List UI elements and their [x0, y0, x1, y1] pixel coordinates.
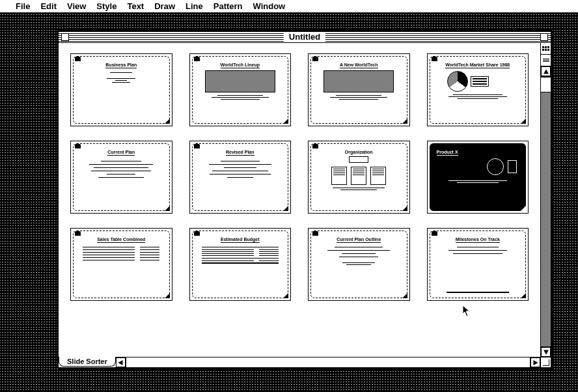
- window-title: Untitled: [284, 32, 325, 42]
- slide-title: WorldTech Market Share 1988: [445, 63, 510, 68]
- dogear-icon: [283, 119, 288, 124]
- dogear-icon: [402, 119, 407, 124]
- device-graphic: [438, 158, 517, 175]
- dogear-icon: [283, 293, 288, 298]
- menubar: File Edit View Style Text Draw Line Patt…: [0, 0, 578, 13]
- slide-thumbnail[interactable]: A New WorldTech: [308, 53, 410, 126]
- slide-title: Organization: [345, 150, 373, 155]
- resize-handle[interactable]: [540, 357, 551, 367]
- dogear-icon: [402, 293, 407, 298]
- dogear-icon: [521, 293, 526, 298]
- menu-style[interactable]: Style: [96, 1, 117, 11]
- slide-thumbnail[interactable]: Current Plan: [70, 141, 172, 214]
- vertical-scrollbar: [540, 43, 551, 357]
- org-chart-graphic: [315, 156, 403, 185]
- slide-thumbnail[interactable]: Milestones On Track: [427, 228, 529, 301]
- slide-title: Revised Plan: [226, 150, 255, 156]
- close-box[interactable]: [61, 33, 69, 41]
- scroll-down-button[interactable]: [541, 347, 551, 357]
- vertical-scroll-thumb[interactable]: [540, 77, 551, 92]
- vertical-scroll-track[interactable]: [541, 76, 551, 347]
- slide-thumbnail[interactable]: WorldTech Market Share 1988: [427, 53, 529, 126]
- menu-draw[interactable]: Draw: [154, 1, 175, 11]
- document-window: Untitled Business Plan: [57, 30, 552, 369]
- desktop: Untitled Business Plan: [0, 13, 578, 392]
- slide-thumbnail[interactable]: Product X: [427, 141, 529, 214]
- horizontal-scrollbar: Slide Sorter: [59, 357, 540, 367]
- slide-thumbnail[interactable]: Organization: [308, 141, 410, 214]
- slide-title: Estimated Budget: [221, 237, 260, 243]
- dogear-icon: [521, 206, 526, 211]
- dogear-icon: [165, 206, 170, 211]
- slide-thumbnail[interactable]: Estimated Budget: [189, 228, 292, 301]
- slide-title: Sales Table Combined: [97, 237, 145, 243]
- slide-title: A New WorldTech: [340, 63, 378, 68]
- slide-title: WorldTech Lineup: [221, 63, 260, 68]
- slide-thumbnail[interactable]: Revised Plan: [189, 141, 292, 214]
- menu-line[interactable]: Line: [186, 1, 203, 11]
- scroll-left-button[interactable]: [116, 357, 126, 367]
- dogear-icon: [165, 293, 170, 298]
- slide-title: Product X: [437, 150, 458, 156]
- dogear-icon: [402, 206, 407, 211]
- slide-title: Business Plan: [105, 63, 137, 68]
- menu-file[interactable]: File: [16, 1, 30, 11]
- slide-thumbnail[interactable]: Sales Table Combined: [70, 228, 172, 301]
- window-body: Business Plan: [59, 43, 551, 367]
- budget-table: [202, 245, 279, 265]
- view-mode-tab[interactable]: Slide Sorter: [59, 357, 116, 367]
- menu-pattern[interactable]: Pattern: [213, 1, 243, 11]
- two-column-table: [83, 247, 159, 260]
- menu-edit[interactable]: Edit: [40, 1, 57, 11]
- menu-text[interactable]: Text: [127, 1, 144, 11]
- slide-title: Current Plan Outline: [337, 237, 381, 243]
- view-outline-button[interactable]: [541, 55, 551, 66]
- slide-thumbnail[interactable]: Business Plan: [70, 53, 172, 126]
- slide-thumbnail[interactable]: WorldTech Lineup: [189, 53, 292, 126]
- mouse-cursor-icon: [462, 305, 471, 318]
- horizontal-scroll-track[interactable]: [126, 357, 530, 367]
- dogear-icon: [283, 206, 288, 211]
- slide-title: Current Plan: [107, 150, 135, 156]
- slide-sorter-grid: Business Plan: [59, 43, 540, 357]
- world-map-graphic: [205, 70, 275, 92]
- view-grid-button[interactable]: [541, 43, 551, 55]
- menu-view[interactable]: View: [67, 1, 86, 11]
- zoom-box[interactable]: [540, 33, 548, 41]
- menu-window[interactable]: Window: [253, 1, 286, 11]
- pie-chart-graphic: [447, 70, 508, 92]
- scroll-right-button[interactable]: [530, 357, 540, 367]
- slide-thumbnail[interactable]: Current Plan Outline: [308, 228, 410, 301]
- dogear-icon: [521, 119, 526, 124]
- window-titlebar[interactable]: Untitled: [59, 31, 551, 43]
- world-map-graphic: [323, 70, 394, 92]
- slide-title: Milestones On Track: [456, 237, 500, 243]
- dogear-icon: [165, 119, 170, 124]
- scroll-up-button[interactable]: [541, 66, 551, 76]
